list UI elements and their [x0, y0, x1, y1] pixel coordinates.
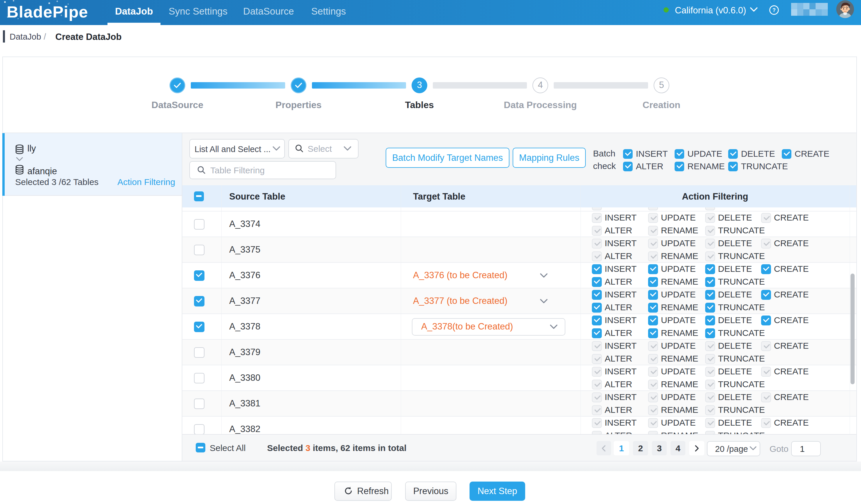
svg-text:?: ?	[773, 7, 776, 13]
